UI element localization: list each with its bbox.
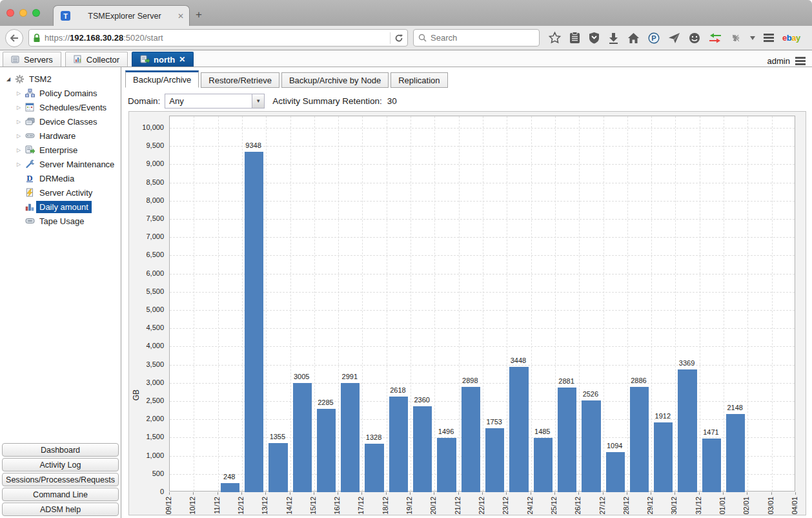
reading-list-icon[interactable] xyxy=(569,31,580,45)
minimize-window-button[interactable] xyxy=(19,9,27,17)
url-bar[interactable]: https://192.168.30.28:5020/start xyxy=(28,29,408,47)
chart-bar[interactable] xyxy=(413,406,432,492)
chart-bar[interactable] xyxy=(702,439,721,492)
chart-bar[interactable] xyxy=(630,387,649,492)
content-tab-backup-archive-by-node[interactable]: Backup/Archive by Node xyxy=(281,72,389,88)
sidebar-button-command-line[interactable]: Command Line xyxy=(2,488,119,501)
chat-smiley-icon[interactable] xyxy=(689,31,700,45)
tree-item-tape-usage[interactable]: Tape Usage xyxy=(0,214,121,228)
app-tab-collector[interactable]: Collector xyxy=(65,52,128,67)
chart-bar[interactable] xyxy=(389,397,408,492)
reload-icon[interactable] xyxy=(390,32,403,44)
tree-item-label: Policy Domains xyxy=(36,87,101,99)
bar-value-label: 9348 xyxy=(236,141,272,149)
y-tick-label: 0 xyxy=(129,488,164,495)
bar-value-label: 2881 xyxy=(549,377,585,385)
chart-bar[interactable] xyxy=(462,387,480,492)
server-tree: ◢TSM2▷Policy Domains▷Schedules/Events▷De… xyxy=(0,67,121,442)
expander-icon[interactable]: ▷ xyxy=(14,133,23,139)
bar-value-label: 1485 xyxy=(524,428,560,435)
sidebar-button-sessions-processes-requests[interactable]: Sessions/Processes/Requests xyxy=(2,473,119,486)
x-tick-mark xyxy=(506,492,507,495)
browser-tab-title: TSMExplorer Server xyxy=(76,12,173,21)
tree-item-drmedia[interactable]: DDRMedia xyxy=(0,171,121,185)
expander-icon[interactable]: ▷ xyxy=(14,90,23,96)
chart-bar[interactable] xyxy=(437,438,456,492)
content-tab-restore-retrieve[interactable]: Restore/Retrieve xyxy=(201,72,279,88)
tree-item-policy-domains[interactable]: ▷Policy Domains xyxy=(0,86,121,100)
expander-icon[interactable]: ▷ xyxy=(14,147,23,153)
sidebar-button-activity-log[interactable]: Activity Log xyxy=(2,458,119,471)
tree-item-schedules-events[interactable]: ▷Schedules/Events xyxy=(0,100,121,114)
chart-bar[interactable] xyxy=(269,443,287,492)
pocket-shield-icon[interactable] xyxy=(589,31,600,45)
y-tick-label: 1,500 xyxy=(129,433,164,440)
gridline-v xyxy=(604,116,604,491)
tree-item-daily-amount[interactable]: Daily amount xyxy=(0,200,121,214)
chart-bar[interactable] xyxy=(654,422,673,492)
expander-icon[interactable]: ▷ xyxy=(14,105,23,110)
y-tick-label: 3,500 xyxy=(129,360,164,368)
retention-value: 30 xyxy=(387,96,397,106)
content-tab-backup-archive[interactable]: Backup/Archive xyxy=(125,70,199,88)
expander-icon[interactable]: ▷ xyxy=(14,119,23,125)
close-window-button[interactable] xyxy=(6,9,14,17)
x-tick-mark xyxy=(169,492,170,495)
expander-icon[interactable]: ◢ xyxy=(4,76,13,82)
tree-item-hardware[interactable]: ▷Hardware xyxy=(0,129,121,143)
redirect-arrows-icon[interactable] xyxy=(709,31,722,45)
tab-close-icon[interactable]: ✕ xyxy=(178,12,184,21)
content-tabs: Backup/ArchiveRestore/RetrieveBackup/Arc… xyxy=(125,72,450,88)
sidebar-button-dashboard[interactable]: Dashboard xyxy=(2,443,119,457)
app-menu-icon[interactable] xyxy=(795,56,806,67)
chart-bar[interactable] xyxy=(485,428,504,492)
bar-value-label: 1496 xyxy=(428,428,464,435)
chart-bar[interactable] xyxy=(221,483,239,492)
tab-close-icon[interactable]: ✕ xyxy=(179,55,185,64)
search-bar[interactable] xyxy=(413,29,540,47)
x-tick-mark xyxy=(241,492,242,495)
x-tick-label: 26/12 xyxy=(574,497,582,515)
sidebar: ◢TSM2▷Policy Domains▷Schedules/Events▷De… xyxy=(0,67,121,518)
back-button[interactable] xyxy=(5,29,23,47)
tree-item-server-maintenance[interactable]: ▷Server Maintenance xyxy=(0,157,121,171)
home-icon[interactable] xyxy=(627,31,640,45)
maintenance-icon xyxy=(23,160,36,169)
chevron-down-icon[interactable]: ▼ xyxy=(252,94,264,108)
expander-icon[interactable]: ▷ xyxy=(14,161,23,167)
x-tick-label: 21/12 xyxy=(454,497,462,515)
tree-item-server-activity[interactable]: Server Activity xyxy=(0,185,121,200)
chart-bar[interactable] xyxy=(317,409,336,492)
browser-tab[interactable]: T TSMExplorer Server ✕ xyxy=(53,5,190,26)
domain-select[interactable]: Any ▼ xyxy=(165,94,265,109)
x-tick-label: 04/01 xyxy=(791,497,798,515)
chart-bar[interactable] xyxy=(245,152,263,492)
chart-bar[interactable] xyxy=(726,414,745,492)
chart-bar[interactable] xyxy=(534,438,553,492)
content-tab-replication[interactable]: Replication xyxy=(391,72,447,88)
ebay-logo[interactable]: ebay xyxy=(782,31,800,45)
download-icon[interactable] xyxy=(608,31,619,45)
tree-item-enterprise[interactable]: ▷Enterprise xyxy=(0,143,121,157)
chart-bar[interactable] xyxy=(558,388,576,492)
bookmark-star-icon[interactable] xyxy=(549,31,561,45)
send-plane-icon[interactable] xyxy=(668,31,680,45)
tree-item-device-classes[interactable]: ▷Device Classes xyxy=(0,114,121,129)
new-tab-button[interactable]: + xyxy=(196,9,202,20)
dropdown-caret-icon[interactable] xyxy=(750,31,755,45)
gridline-v xyxy=(747,116,748,491)
zoom-window-button[interactable] xyxy=(32,9,40,17)
chart-bar[interactable] xyxy=(606,452,625,492)
x-tick-label: 16/12 xyxy=(333,497,341,515)
menu-icon[interactable] xyxy=(764,31,774,45)
tree-item-tsm2[interactable]: ◢TSM2 xyxy=(0,72,121,86)
sidebar-button-adsm-help[interactable]: ADSM help xyxy=(2,502,119,516)
x-tick-mark xyxy=(290,492,290,495)
search-input[interactable] xyxy=(431,33,521,43)
chart-bar[interactable] xyxy=(365,444,383,492)
app-tab-north[interactable]: north✕ xyxy=(132,52,194,67)
bar-value-label: 3448 xyxy=(500,357,536,364)
addon-icon[interactable] xyxy=(730,31,742,45)
app-tab-servers[interactable]: Servers xyxy=(3,52,61,67)
privacy-badge-icon[interactable]: P xyxy=(648,31,660,45)
